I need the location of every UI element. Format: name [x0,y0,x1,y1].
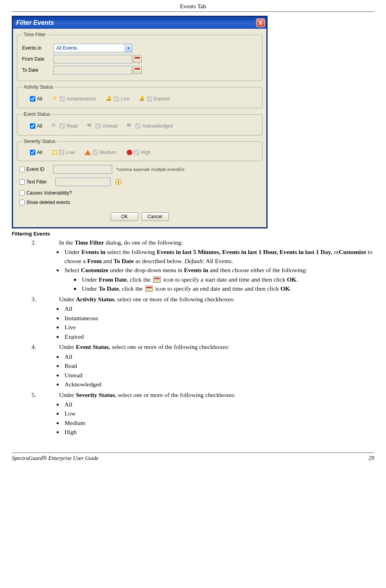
events-in-label: Events in [22,45,54,51]
event-ack-checkbox[interactable]: Acknowledged [135,123,173,129]
event-all-checkbox[interactable]: All [30,123,42,129]
event-unread-label: Unread [102,123,118,129]
step-text: In the Time Filter dialog, do one of the… [59,238,183,247]
low-severity-icon [52,150,57,155]
calendar-icon[interactable] [133,55,142,63]
step-text: Under Activity Status, select one or mor… [59,295,235,304]
list-item: Select Customize under the drop-down men… [63,266,374,293]
from-date-input[interactable] [54,55,132,63]
page-footer: SpectraGuard® Enterprise User Guide 29 [12,453,374,462]
page-header: Events Tab [12,0,374,12]
step-text: Under Event Status, select one or more o… [59,343,229,351]
severity-high-label: High [141,150,151,155]
time-filter-legend: Time Filter [22,32,47,37]
vulnerability-label: Causes Vulnerability? [26,190,72,196]
list-item: Instantaneous [63,314,374,323]
time-filter-group: Time Filter Events in All Events ▼ From … [17,32,262,81]
list-item: All [63,400,374,409]
step-3: 3. Under Activity Status, select one or … [31,295,374,304]
calendar-icon[interactable] [133,66,142,74]
severity-medium-checkbox[interactable]: Medium [92,150,116,155]
bell-gray-icon: 🔔 [139,95,146,102]
list-item: Expired [63,332,374,341]
text-filter-label: Text Filter [26,179,47,185]
step-5: 5. Under Severity Status, select one or … [31,391,374,399]
step-number: 4. [31,343,59,351]
activity-status-legend: Activity Status [22,84,55,90]
list-item: All [63,352,374,361]
event-id-input[interactable] [53,165,112,174]
info-icon[interactable]: i [115,179,122,185]
text-filter-checkbox[interactable]: Text Filter [19,179,47,185]
ok-button[interactable]: OK [111,212,138,221]
severity-all-label: All [37,150,42,155]
medium-severity-icon [85,150,91,155]
activity-status-group: Activity Status All ⚡ Instantaneous 🔔 Li… [17,84,262,108]
event-status-group: Event Status All ✉ Read ✉ Unread ✉ Ackno… [17,111,262,135]
list-item: Under Events in select the following Eve… [63,248,374,265]
step-number: 3. [31,295,59,304]
list-item: Under From Date, click the icon to speci… [80,275,374,284]
figure-caption: Filtering Events [12,231,374,237]
high-severity-icon [127,150,132,155]
dialog-title: Filter Events [16,19,54,26]
step-number: 2. [31,238,59,247]
instructions: 2. In the Time Filter dialog, do one of … [12,238,374,437]
event-id-label: Event ID [26,167,44,172]
page-number: 29 [369,455,374,462]
footer-guide: SpectraGuard® Enterprise User Guide [12,455,98,462]
text-filter-input[interactable] [55,178,111,186]
event-read-label: Read [66,123,78,129]
event-id-checkbox[interactable]: Event ID [19,167,44,172]
dialog-body: Time Filter Events in All Events ▼ From … [13,29,266,227]
severity-medium-label: Medium [100,150,116,155]
close-button[interactable]: X [256,19,265,27]
step-4: 4. Under Event Status, select one or mor… [31,343,374,351]
event-unread-checkbox[interactable]: Unread [95,123,118,129]
envelope-check-icon: ✉ [127,122,134,130]
severity-low-label: Low [66,150,74,155]
chevron-down-icon: ▼ [125,44,132,52]
severity-high-checkbox[interactable]: High [134,150,151,155]
bell-icon: 🔔 [106,95,113,102]
event-id-note: *comma seperate multiple eventIDs [116,167,185,172]
cancel-button[interactable]: Cancel [141,212,169,221]
severity-low-checkbox[interactable]: Low [59,150,74,155]
to-date-input[interactable] [54,66,132,74]
calendar-icon [145,286,153,292]
step-2: 2. In the Time Filter dialog, do one of … [31,238,374,247]
severity-all-checkbox[interactable]: All [30,150,42,155]
show-deleted-checkbox[interactable]: Show deleted events [19,200,70,205]
activity-instantaneous-checkbox[interactable]: Instantaneous [59,96,96,102]
activity-instant-label: Instantaneous [66,96,96,102]
calendar-icon [153,276,161,283]
envelope-icon: ✉ [87,122,94,130]
list-item: All [63,304,374,313]
activity-all-label: All [37,96,42,102]
event-status-legend: Event Status [22,111,52,117]
activity-expired-checkbox[interactable]: Expired [147,96,170,102]
list-item: Medium [63,419,374,427]
dialog-titlebar: Filter Events X [13,17,266,29]
list-item: Low [63,409,374,418]
instantaneous-icon: ⚡ [52,95,59,102]
events-in-value: All Events [56,45,77,51]
activity-live-checkbox[interactable]: Live [114,96,129,102]
vulnerability-checkbox[interactable]: Causes Vulnerability? [19,190,72,196]
event-read-checkbox[interactable]: Read [59,123,78,129]
to-date-label: To Date [22,67,54,73]
envelope-open-icon: ✉ [52,122,59,130]
show-deleted-label: Show deleted events [26,200,70,205]
events-in-dropdown[interactable]: All Events ▼ [54,44,132,52]
list-item: Unread [63,371,374,380]
list-item: Under To Date, click the icon to specify… [80,284,374,293]
activity-expired-label: Expired [154,96,170,102]
list-item: Acknowledged [63,380,374,389]
step-number: 5. [31,391,59,399]
list-item: Read [63,362,374,370]
activity-all-checkbox[interactable]: All [30,96,42,102]
filter-events-dialog: Filter Events X Time Filter Events in Al… [12,16,268,228]
from-date-label: From Date [22,56,54,62]
list-item: High [63,428,374,436]
list-item: Live [63,323,374,332]
